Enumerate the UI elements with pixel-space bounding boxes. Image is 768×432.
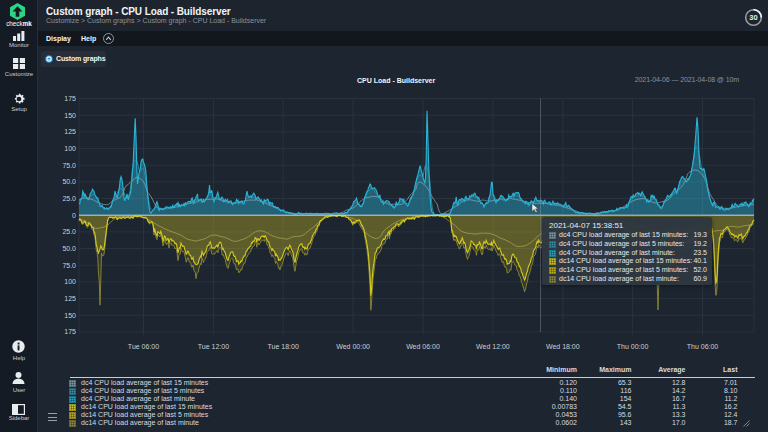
svg-text:150: 150 <box>64 112 76 119</box>
svg-text:0: 0 <box>72 212 76 219</box>
svg-text:Thu 00:00: Thu 00:00 <box>617 343 649 350</box>
svg-text:100: 100 <box>64 145 76 152</box>
svg-text:125: 125 <box>64 295 76 302</box>
svg-text:175: 175 <box>64 95 76 102</box>
svg-text:Wed 18:00: Wed 18:00 <box>546 343 580 350</box>
svg-text:150: 150 <box>64 312 76 319</box>
svg-text:50.0: 50.0 <box>62 178 76 185</box>
svg-text:Tue 12:00: Tue 12:00 <box>198 343 229 350</box>
svg-text:Wed 00:00: Wed 00:00 <box>336 343 370 350</box>
svg-text:75.0: 75.0 <box>62 262 76 269</box>
svg-text:Wed 12:00: Wed 12:00 <box>476 343 510 350</box>
svg-text:125: 125 <box>64 128 76 135</box>
svg-text:25.0: 25.0 <box>62 195 76 202</box>
svg-text:Wed 06:00: Wed 06:00 <box>406 343 440 350</box>
svg-text:175: 175 <box>64 328 76 335</box>
svg-text:50.0: 50.0 <box>62 245 76 252</box>
svg-text:25.0: 25.0 <box>62 228 76 235</box>
svg-text:Tue 06:00: Tue 06:00 <box>128 343 159 350</box>
svg-text:30: 30 <box>749 13 757 22</box>
svg-text:Thu 06:00: Thu 06:00 <box>687 343 719 350</box>
svg-text:75.0: 75.0 <box>62 162 76 169</box>
svg-text:Tue 18:00: Tue 18:00 <box>268 343 299 350</box>
svg-text:100: 100 <box>64 278 76 285</box>
